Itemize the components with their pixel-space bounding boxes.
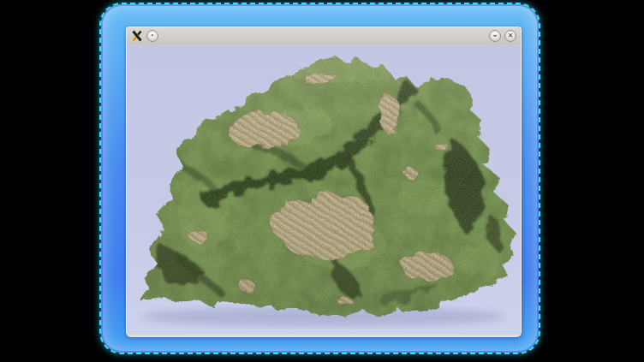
render-viewport[interactable] <box>127 45 521 335</box>
desktop: { "window": { "title": "", "app_icon": "… <box>0 0 644 362</box>
terrain-render <box>127 45 519 335</box>
terrain-body <box>127 45 519 335</box>
x11-logo-icon[interactable] <box>131 30 143 42</box>
active-window-glow-frame: · ⌄ ✕ <box>101 4 539 353</box>
chevron-down-icon: ⌄ <box>492 30 498 39</box>
minimize-button[interactable]: ⌄ <box>489 30 501 42</box>
close-button[interactable]: ✕ <box>504 30 516 42</box>
terrain-lighting-overlay <box>127 45 519 335</box>
app-window: · ⌄ ✕ <box>126 27 522 337</box>
titlebar[interactable]: · ⌄ ✕ <box>127 27 521 45</box>
menu-button-glyph: · <box>151 32 154 40</box>
menu-button[interactable]: · <box>146 30 158 42</box>
close-icon: ✕ <box>508 33 514 39</box>
